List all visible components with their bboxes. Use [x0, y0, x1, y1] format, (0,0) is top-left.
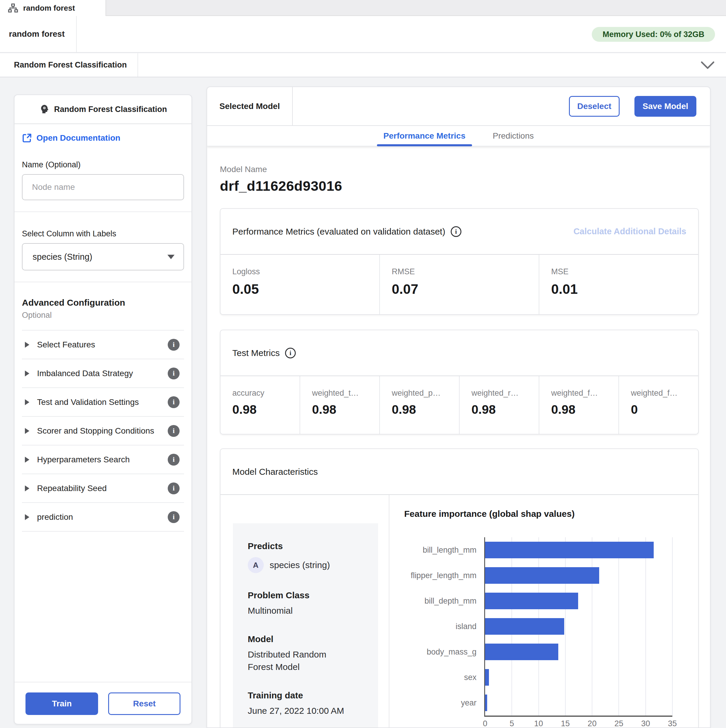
- performance-metric-cards: Logloss0.05RMSE0.07MSE0.01: [221, 255, 698, 314]
- accordion-item-label: Select Features: [37, 340, 160, 349]
- dropdown-caret-icon: [167, 255, 175, 259]
- selected-model-header: Selected Model Deselect Save Model: [207, 87, 710, 126]
- page: random forest random forest Memory Used:…: [0, 0, 726, 728]
- accordion-item-repeatability-seed[interactable]: Repeatability Seedi: [22, 474, 184, 503]
- x-axis-line: [484, 716, 672, 717]
- project-header-row: random forest Memory Used: 0% of 32GB: [0, 16, 726, 53]
- divider: [15, 281, 191, 282]
- test-metrics-panel: Test Metrics i accuracy0.98weighted_t…0.…: [220, 330, 699, 434]
- bar-island[interactable]: [485, 618, 564, 635]
- performance-metrics-title-row: Performance Metrics (evaluated on valida…: [232, 226, 461, 237]
- metric-card-weighted-f: weighted_f…0.98: [539, 376, 619, 434]
- model-characteristics-title: Model Characteristics: [232, 467, 318, 477]
- window-tab-bar: random forest: [0, 0, 726, 16]
- tab-predictions[interactable]: Predictions: [493, 126, 534, 146]
- model-tabs: Performance MetricsPredictions: [207, 126, 710, 146]
- gridline: [592, 537, 592, 716]
- reset-button[interactable]: Reset: [108, 693, 181, 715]
- metric-value: 0.98: [232, 402, 288, 417]
- bar-label-island: island: [404, 614, 484, 639]
- metric-label: accuracy: [232, 388, 288, 398]
- info-icon[interactable]: i: [168, 454, 179, 466]
- node-config-title: Random Forest Classification: [54, 105, 167, 114]
- accordion-item-select-features[interactable]: Select Featuresi: [22, 330, 184, 359]
- accordion-item-label: Scorer and Stopping Conditions: [37, 426, 160, 436]
- metric-card-weighted-f: weighted_f…0: [619, 376, 698, 434]
- accordion-item-test-and-validation-settings[interactable]: Test and Validation Settingsi: [22, 388, 184, 417]
- save-model-button[interactable]: Save Model: [634, 96, 696, 117]
- metric-card-weighted-r: weighted_r…0.98: [459, 376, 539, 434]
- problem-class-label: Problem Class: [248, 590, 366, 600]
- metric-card-logloss: Logloss0.05: [221, 255, 379, 314]
- bar-body-mass-g[interactable]: [485, 644, 558, 660]
- x-tick-label: 15: [561, 719, 570, 728]
- accordion-item-hyperparameters-search[interactable]: Hyperparameters Searchi: [22, 445, 184, 474]
- model-characteristics-title-row: Model Characteristics: [232, 467, 318, 477]
- info-icon[interactable]: i: [168, 367, 179, 379]
- x-tick-label: 35: [668, 719, 677, 728]
- external-link-icon: [22, 133, 32, 143]
- train-button[interactable]: Train: [26, 693, 98, 715]
- labels-select-label: Select Column with Labels: [22, 229, 184, 239]
- model-characteristics-header: Model Characteristics: [221, 449, 698, 495]
- project-title: random forest: [9, 29, 64, 39]
- bar-bill-depth-mm[interactable]: [485, 593, 578, 609]
- labels-column-select[interactable]: species (String): [22, 243, 184, 271]
- x-tick-label: 25: [614, 719, 623, 728]
- problem-class-block: Problem Class Multinomial: [248, 590, 366, 617]
- calculate-additional-details-link[interactable]: Calculate Additional Details: [573, 226, 686, 236]
- expand-arrow-icon: [25, 514, 29, 520]
- training-date-block: Training date June 27, 2022 10:00 AM: [248, 690, 366, 717]
- accordion-item-label: Test and Validation Settings: [37, 398, 160, 407]
- info-icon[interactable]: i: [451, 226, 461, 237]
- bar-sex[interactable]: [485, 669, 489, 686]
- metric-value: 0.98: [551, 402, 607, 417]
- metric-card-rmse: RMSE0.07: [379, 255, 539, 314]
- performance-metrics-header: Performance Metrics (evaluated on valida…: [221, 209, 698, 255]
- open-documentation-link[interactable]: Open Documentation: [22, 133, 184, 143]
- model-characteristics-panel: Model Characteristics Predicts A species…: [220, 448, 699, 728]
- string-type-avatar: A: [248, 557, 264, 573]
- info-icon[interactable]: i: [168, 425, 179, 437]
- accordion-item-label: Hyperparameters Search: [37, 455, 160, 464]
- metric-value: 0.05: [232, 281, 368, 297]
- expand-arrow-icon: [25, 457, 29, 463]
- accordion-item-label: prediction: [37, 512, 160, 522]
- gridline: [565, 537, 566, 716]
- accordion-item-imbalanced-data-strategy[interactable]: Imbalanced Data Strategyi: [22, 359, 184, 388]
- name-field-label: Name (Optional): [22, 160, 184, 170]
- expand-arrow-icon: [25, 370, 29, 376]
- chart-x-axis: 05101520253035: [485, 719, 672, 728]
- deselect-button[interactable]: Deselect: [569, 96, 620, 117]
- info-icon[interactable]: i: [168, 482, 179, 494]
- predicts-row: A species (string): [248, 557, 366, 573]
- selected-model-panel: Selected Model Deselect Save Model Perfo…: [207, 87, 711, 728]
- bar-label-year: year: [404, 690, 484, 716]
- sitemap-icon: [8, 3, 18, 13]
- selected-model-tab[interactable]: Selected Model: [207, 87, 293, 125]
- bar-year[interactable]: [485, 694, 487, 711]
- accordion-item-scorer-and-stopping-conditions[interactable]: Scorer and Stopping Conditionsi: [22, 417, 184, 445]
- node-name-input[interactable]: [22, 174, 184, 200]
- model-details: Model Name drf_d11626d93016 Performance …: [207, 165, 710, 728]
- x-tick-label: 20: [588, 719, 596, 728]
- feature-importance-column: Feature importance (global shap values) …: [389, 495, 698, 728]
- workflow-tab[interactable]: random forest: [0, 0, 106, 16]
- bar-flipper-length-mm[interactable]: [485, 567, 599, 584]
- info-icon[interactable]: i: [168, 511, 179, 523]
- info-icon[interactable]: i: [168, 396, 179, 408]
- workflow-tab-label: random forest: [23, 3, 75, 13]
- tab-performance-metrics[interactable]: Performance Metrics: [383, 126, 466, 146]
- info-icon[interactable]: i: [285, 348, 296, 358]
- chevron-down-icon[interactable]: [700, 60, 715, 70]
- info-icon[interactable]: i: [168, 339, 179, 351]
- test-metric-cards: accuracy0.98weighted_t…0.98weighted_p…0.…: [221, 376, 698, 434]
- expand-arrow-icon: [25, 428, 29, 434]
- x-tick-label: 5: [510, 719, 514, 728]
- bar-bill-length-mm[interactable]: [485, 542, 654, 558]
- model-value: Distributed Random Forest Model: [248, 648, 346, 673]
- node-config-panel: Random Forest Classification Open Docume…: [14, 95, 192, 725]
- node-config-footer: Train Reset: [15, 682, 191, 724]
- accordion-item-prediction[interactable]: predictioni: [22, 503, 184, 532]
- model-summary-column: Predicts A species (string) Problem Clas…: [221, 495, 389, 728]
